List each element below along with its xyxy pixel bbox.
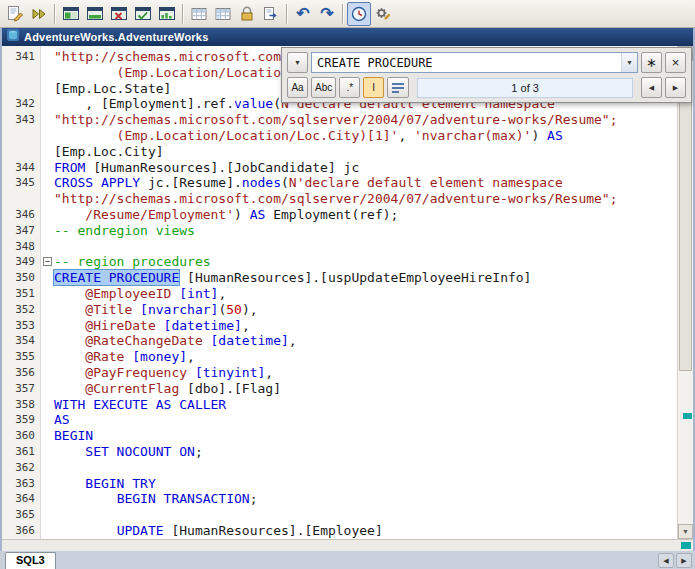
combo-dropdown-icon[interactable]: ▼: [621, 53, 637, 72]
code-token: WITH EXECUTE AS CALLER: [54, 397, 226, 412]
fold-margin: [41, 523, 54, 539]
line-number: 344: [2, 160, 41, 176]
code-token: ,: [218, 286, 226, 301]
code-token: BEGIN TRY: [85, 476, 155, 491]
new-sql-editor-button[interactable]: [3, 2, 27, 26]
window-titlebar[interactable]: AdventureWorks.AdventureWorks: [2, 28, 693, 46]
match-counter: 1 of 3: [417, 78, 633, 98]
line-number: 348: [2, 239, 41, 255]
selection-only-button[interactable]: I: [363, 77, 384, 98]
code-token: [HumanResources].[uspUpdateEmployeeHireI…: [179, 270, 531, 285]
line-number: 364: [2, 491, 41, 507]
line-number: 355: [2, 349, 41, 365]
tab-sql3[interactable]: SQL3: [5, 552, 56, 569]
line-number: 352: [2, 302, 41, 318]
highlight-all-button[interactable]: [387, 77, 409, 98]
fold-margin: [41, 460, 54, 476]
fold-margin: [41, 49, 54, 65]
code-token: 50: [226, 302, 242, 317]
fold-margin: [41, 96, 54, 112]
code-token: BEGIN TRANSACTION: [117, 491, 250, 506]
code-token: @Title: [85, 302, 132, 317]
undo-button[interactable]: ↶: [291, 2, 315, 26]
code-token: [datetime]: [211, 333, 289, 348]
code-token: [datetime]: [164, 318, 242, 333]
fold-margin: [41, 175, 54, 191]
find-mode-button[interactable]: ▼: [287, 52, 308, 73]
search-match-marker-corner: [681, 542, 691, 549]
show-message-window-button[interactable]: [131, 2, 155, 26]
tab-scroll-left-button[interactable]: ◀: [658, 553, 674, 568]
horizontal-scrollbar[interactable]: [2, 539, 693, 551]
line-number: [2, 128, 41, 144]
code-token: (Emp.Location/Location/Loc.City)[1]': [54, 128, 398, 143]
scrollbar-track[interactable]: [678, 61, 693, 524]
regex-button[interactable]: .*: [339, 77, 360, 98]
match-case-button[interactable]: Aa: [287, 77, 308, 98]
line-number: 343: [2, 112, 41, 128]
code-token: [132, 302, 140, 317]
code-token: ,: [187, 349, 195, 364]
code-pane[interactable]: 341"http://schemas.microsoft.com/sqlserv…: [2, 46, 677, 539]
application-window: ↶↷ AdventureWorks.AdventureWorks 341"htt…: [0, 0, 695, 569]
fold-margin: [41, 144, 54, 160]
scroll-down-button[interactable]: ▼: [678, 524, 693, 539]
find-next-button[interactable]: ▶: [665, 77, 686, 98]
code-token: [54, 381, 85, 396]
close-result-window-button[interactable]: [107, 2, 131, 26]
code-line: 344FROM [HumanResources].[JobCandidate] …: [2, 160, 677, 176]
fold-margin: [41, 476, 54, 492]
code-token: CROSS APPLY: [54, 175, 140, 190]
code-line: [Emp.Loc.City]: [2, 144, 677, 160]
code-text: BEGIN TRANSACTION;: [54, 491, 677, 507]
redo-button[interactable]: ↷: [315, 2, 339, 26]
whole-word-button[interactable]: Abc: [311, 77, 336, 98]
code-line: 357 @CurrentFlag [dbo].[Flag]: [2, 381, 677, 397]
browse-data-grid-button[interactable]: [187, 2, 211, 26]
code-token: [203, 333, 211, 348]
code-text: [Emp.Loc.City]: [54, 144, 677, 160]
scrollbar-thumb[interactable]: [679, 61, 692, 371]
query-data-grid-button[interactable]: [211, 2, 235, 26]
line-number: [2, 65, 41, 81]
export-data-button[interactable]: [259, 2, 283, 26]
code-line: 343"http://schemas.microsoft.com/sqlserv…: [2, 112, 677, 128]
execute-query-button[interactable]: [27, 2, 51, 26]
lock-rows-button[interactable]: [235, 2, 259, 26]
code-token: ;: [250, 491, 258, 506]
toolbar-separator: [182, 4, 184, 24]
line-number: 365: [2, 507, 41, 523]
code-token: [54, 444, 85, 459]
find-panel: ▼ ▼ ∗ × Aa Abc .* I 1 of 3 ◀ ▶: [281, 47, 692, 103]
options-button[interactable]: [371, 2, 395, 26]
save-search-button[interactable]: ∗: [641, 52, 662, 73]
line-number: 360: [2, 428, 41, 444]
show-chart-window-button[interactable]: [155, 2, 179, 26]
code-token: @EmployeeID: [85, 286, 171, 301]
code-token: ;: [195, 444, 203, 459]
fold-margin: [41, 65, 54, 81]
code-token: , [Employment].ref.: [54, 96, 234, 111]
code-token: [54, 349, 85, 364]
code-token: [dbo].[Flag]: [179, 381, 281, 396]
line-number: 357: [2, 381, 41, 397]
vertical-scrollbar[interactable]: ▲ ▼: [677, 46, 693, 539]
fold-margin: [41, 207, 54, 223]
show-split-results-button[interactable]: [59, 2, 83, 26]
line-number: 345: [2, 175, 41, 191]
tab-scroll-right-button[interactable]: ▶: [676, 553, 692, 568]
mdi-child-window: AdventureWorks.AdventureWorks 341"http:/…: [0, 28, 695, 551]
code-line: 358WITH EXECUTE AS CALLER: [2, 397, 677, 413]
code-token: UPDATE: [117, 523, 164, 538]
document-icon: [6, 28, 20, 46]
line-number: 356: [2, 365, 41, 381]
execution-timer-button[interactable]: [347, 2, 371, 26]
code-token: AS: [250, 207, 266, 222]
code-token: @RateChangeDate: [85, 333, 202, 348]
fold-toggle[interactable]: −: [43, 257, 52, 266]
search-input[interactable]: [312, 56, 621, 70]
find-previous-button[interactable]: ◀: [641, 77, 662, 98]
down-arrow-icon: ▼: [682, 528, 689, 535]
show-result-window-button[interactable]: [83, 2, 107, 26]
close-find-button[interactable]: ×: [665, 52, 686, 73]
